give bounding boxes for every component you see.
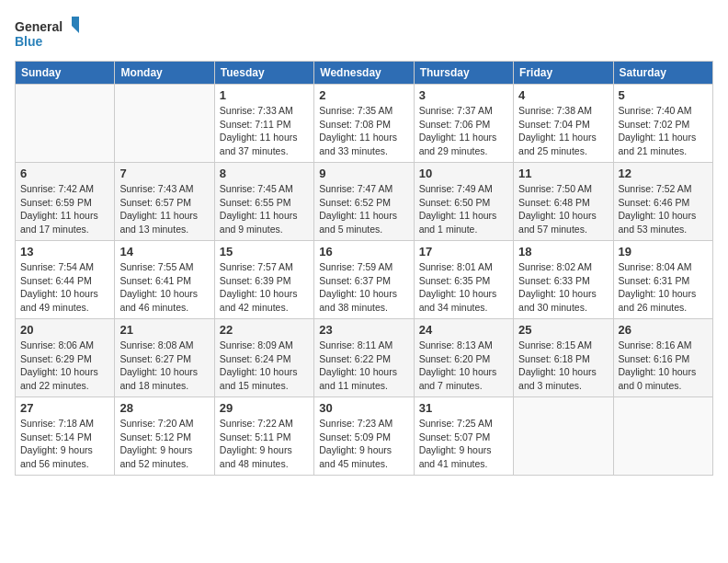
day-info: Sunrise: 7:57 AM Sunset: 6:39 PM Dayligh… [220,260,309,315]
day-info: Sunrise: 7:22 AM Sunset: 5:11 PM Dayligh… [220,417,309,471]
day-cell: 30Sunrise: 7:23 AM Sunset: 5:09 PM Dayli… [314,397,414,476]
day-number: 6 [20,167,109,180]
day-number: 13 [20,245,109,259]
day-cell: 15Sunrise: 7:57 AM Sunset: 6:39 PM Dayli… [214,241,313,319]
header-monday: Monday [115,62,214,85]
day-cell: 21Sunrise: 8:08 AM Sunset: 6:27 PM Dayli… [115,319,214,397]
day-cell: 9Sunrise: 7:47 AM Sunset: 6:52 PM Daylig… [314,163,414,241]
day-info: Sunrise: 7:49 AM Sunset: 6:50 PM Dayligh… [419,182,508,236]
day-number: 10 [419,167,508,180]
day-info: Sunrise: 8:08 AM Sunset: 6:27 PM Dayligh… [119,339,209,393]
day-cell: 29Sunrise: 7:22 AM Sunset: 5:11 PM Dayli… [214,397,313,476]
day-info: Sunrise: 7:45 AM Sunset: 6:55 PM Dayligh… [220,182,309,236]
day-cell: 18Sunrise: 8:02 AM Sunset: 6:33 PM Dayli… [514,241,613,319]
day-number: 27 [20,401,109,415]
day-number: 12 [619,167,708,180]
day-cell [613,397,712,476]
day-info: Sunrise: 7:35 AM Sunset: 7:08 PM Dayligh… [319,104,408,158]
day-info: Sunrise: 8:15 AM Sunset: 6:18 PM Dayligh… [518,339,608,393]
day-info: Sunrise: 8:06 AM Sunset: 6:29 PM Dayligh… [20,339,109,393]
day-number: 29 [220,401,309,415]
day-number: 5 [619,88,708,102]
day-number: 24 [419,323,508,337]
day-info: Sunrise: 7:55 AM Sunset: 6:41 PM Dayligh… [119,260,209,315]
day-number: 15 [220,245,309,259]
logo-svg: General Blue [15,15,79,53]
day-info: Sunrise: 7:40 AM Sunset: 7:02 PM Dayligh… [619,104,708,158]
day-cell: 7Sunrise: 7:43 AM Sunset: 6:57 PM Daylig… [115,163,214,241]
svg-text:Blue: Blue [15,34,43,49]
logo: General Blue [15,15,79,53]
day-number: 20 [20,323,109,337]
day-info: Sunrise: 7:25 AM Sunset: 5:07 PM Dayligh… [419,417,508,471]
day-number: 28 [119,401,209,415]
day-cell: 12Sunrise: 7:52 AM Sunset: 6:46 PM Dayli… [613,163,712,241]
day-number: 4 [518,88,608,102]
header-thursday: Thursday [414,62,513,85]
day-cell: 5Sunrise: 7:40 AM Sunset: 7:02 PM Daylig… [613,85,712,163]
day-info: Sunrise: 7:23 AM Sunset: 5:09 PM Dayligh… [319,417,408,471]
day-info: Sunrise: 7:43 AM Sunset: 6:57 PM Dayligh… [119,182,209,236]
day-cell [16,85,115,163]
header-wednesday: Wednesday [314,62,414,85]
day-number: 26 [619,323,708,337]
day-number: 7 [119,167,209,180]
day-number: 16 [319,245,408,259]
day-info: Sunrise: 8:16 AM Sunset: 6:16 PM Dayligh… [619,339,708,393]
day-info: Sunrise: 7:20 AM Sunset: 5:12 PM Dayligh… [119,417,209,471]
day-number: 14 [119,245,209,259]
day-info: Sunrise: 7:50 AM Sunset: 6:48 PM Dayligh… [518,182,608,236]
day-info: Sunrise: 7:38 AM Sunset: 7:04 PM Dayligh… [518,104,608,158]
day-cell: 8Sunrise: 7:45 AM Sunset: 6:55 PM Daylig… [214,163,313,241]
day-cell: 13Sunrise: 7:54 AM Sunset: 6:44 PM Dayli… [16,241,115,319]
day-cell: 20Sunrise: 8:06 AM Sunset: 6:29 PM Dayli… [16,319,115,397]
day-info: Sunrise: 7:54 AM Sunset: 6:44 PM Dayligh… [20,260,109,315]
week-row-1: 6Sunrise: 7:42 AM Sunset: 6:59 PM Daylig… [16,163,713,241]
day-info: Sunrise: 8:13 AM Sunset: 6:20 PM Dayligh… [419,339,508,393]
day-cell: 24Sunrise: 8:13 AM Sunset: 6:20 PM Dayli… [414,319,513,397]
day-cell: 2Sunrise: 7:35 AM Sunset: 7:08 PM Daylig… [314,85,414,163]
day-number: 1 [220,88,309,102]
day-cell: 28Sunrise: 7:20 AM Sunset: 5:12 PM Dayli… [115,397,214,476]
svg-marker-2 [72,17,79,33]
day-info: Sunrise: 8:01 AM Sunset: 6:35 PM Dayligh… [419,260,508,315]
day-cell: 22Sunrise: 8:09 AM Sunset: 6:24 PM Dayli… [214,319,313,397]
day-number: 11 [518,167,608,180]
calendar-header-row: SundayMondayTuesdayWednesdayThursdayFrid… [16,62,713,85]
day-cell: 25Sunrise: 8:15 AM Sunset: 6:18 PM Dayli… [514,319,613,397]
header-saturday: Saturday [613,62,712,85]
day-cell: 10Sunrise: 7:49 AM Sunset: 6:50 PM Dayli… [414,163,513,241]
week-row-0: 1Sunrise: 7:33 AM Sunset: 7:11 PM Daylig… [16,85,713,163]
header-friday: Friday [514,62,613,85]
day-info: Sunrise: 7:18 AM Sunset: 5:14 PM Dayligh… [20,417,109,471]
svg-text:General: General [15,19,63,34]
day-number: 31 [419,401,508,415]
day-number: 18 [518,245,608,259]
day-number: 23 [319,323,408,337]
header-sunday: Sunday [16,62,115,85]
day-number: 30 [319,401,408,415]
day-cell: 3Sunrise: 7:37 AM Sunset: 7:06 PM Daylig… [414,85,513,163]
day-number: 8 [220,167,309,180]
day-cell: 19Sunrise: 8:04 AM Sunset: 6:31 PM Dayli… [613,241,712,319]
day-number: 9 [319,167,408,180]
week-row-4: 27Sunrise: 7:18 AM Sunset: 5:14 PM Dayli… [16,397,713,476]
day-number: 21 [119,323,209,337]
week-row-3: 20Sunrise: 8:06 AM Sunset: 6:29 PM Dayli… [16,319,713,397]
day-cell: 4Sunrise: 7:38 AM Sunset: 7:04 PM Daylig… [514,85,613,163]
calendar-table: SundayMondayTuesdayWednesdayThursdayFrid… [15,61,713,476]
day-cell: 27Sunrise: 7:18 AM Sunset: 5:14 PM Dayli… [16,397,115,476]
day-cell: 1Sunrise: 7:33 AM Sunset: 7:11 PM Daylig… [214,85,313,163]
day-info: Sunrise: 8:09 AM Sunset: 6:24 PM Dayligh… [220,339,309,393]
day-info: Sunrise: 8:04 AM Sunset: 6:31 PM Dayligh… [619,260,708,315]
day-cell: 26Sunrise: 8:16 AM Sunset: 6:16 PM Dayli… [613,319,712,397]
day-cell: 6Sunrise: 7:42 AM Sunset: 6:59 PM Daylig… [16,163,115,241]
page-header: General Blue [15,15,713,53]
day-info: Sunrise: 8:11 AM Sunset: 6:22 PM Dayligh… [319,339,408,393]
day-info: Sunrise: 8:02 AM Sunset: 6:33 PM Dayligh… [518,260,608,315]
day-cell: 11Sunrise: 7:50 AM Sunset: 6:48 PM Dayli… [514,163,613,241]
day-number: 25 [518,323,608,337]
day-cell: 16Sunrise: 7:59 AM Sunset: 6:37 PM Dayli… [314,241,414,319]
day-info: Sunrise: 7:59 AM Sunset: 6:37 PM Dayligh… [319,260,408,315]
day-info: Sunrise: 7:47 AM Sunset: 6:52 PM Dayligh… [319,182,408,236]
